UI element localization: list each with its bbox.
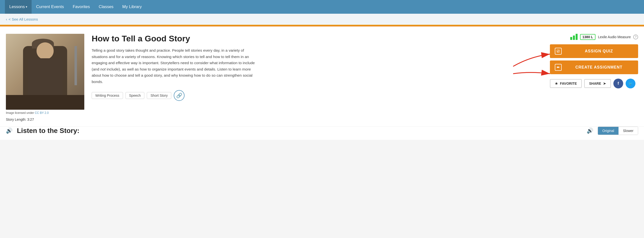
- volume-icon-2: 🔊: [587, 128, 593, 134]
- main-content: Image licensed under CC BY 2.0 Story Len…: [0, 26, 644, 126]
- volume-icon: 🔊: [6, 128, 12, 134]
- nav-current-events[interactable]: Current Events: [32, 0, 68, 14]
- lexile-bars: [570, 34, 578, 40]
- share-icon: ➤: [603, 81, 606, 85]
- story-length: Story Length: 3:27: [6, 118, 84, 121]
- speed-controls: Original Slower: [598, 127, 638, 135]
- tags-row: Writing Process Speech Short Story 🔗: [92, 90, 542, 101]
- lexile-help-button[interactable]: ?: [633, 34, 638, 39]
- assign-quiz-label: ASSIGN QUIZ: [564, 49, 633, 53]
- share-label: SHARE: [589, 81, 601, 85]
- bottom-section: 🔊 Listen to the Story: 🔊 Original Slower: [0, 126, 644, 140]
- link-icon: 🔗: [176, 93, 182, 98]
- story-info: How to Tell a Good Story Telling a good …: [92, 34, 542, 121]
- nav-favorites[interactable]: Favorites: [68, 0, 94, 14]
- desk-lamp: [74, 46, 77, 85]
- chevron-left-icon: ‹: [6, 17, 7, 21]
- story-title: How to Tell a Good Story: [92, 34, 542, 43]
- cc-license-link[interactable]: CC BY 2.0: [35, 111, 48, 115]
- tag-writing-process[interactable]: Writing Process: [92, 92, 123, 99]
- nav-classes-label: Classes: [99, 4, 114, 9]
- nav-favorites-label: Favorites: [73, 4, 90, 9]
- breadcrumb-label: < See All Lessons: [8, 17, 38, 21]
- assign-quiz-icon: ☑: [555, 48, 562, 55]
- nav-classes[interactable]: Classes: [94, 0, 118, 14]
- nav-current-events-label: Current Events: [36, 4, 64, 9]
- chevron-down-icon: ▾: [26, 5, 27, 8]
- assign-quiz-button[interactable]: ☑ ASSIGN QUIZ: [550, 44, 638, 58]
- tag-speech[interactable]: Speech: [126, 92, 144, 99]
- original-speed-button[interactable]: Original: [598, 127, 618, 135]
- twitter-icon: 🐦: [628, 81, 632, 85]
- nav-lessons-label: Lessons: [9, 4, 25, 9]
- bar-1: [570, 37, 572, 40]
- facebook-icon: f: [618, 81, 619, 86]
- slower-speed-button[interactable]: Slower: [618, 127, 638, 135]
- lexile-row: 1380 L Lexile Audio Measure ?: [550, 34, 638, 40]
- lexile-label: Lexile Audio Measure: [598, 35, 631, 39]
- favorite-button[interactable]: ★ FAVORITE: [550, 79, 582, 88]
- listen-section: 🔊 Listen to the Story:: [6, 127, 80, 135]
- buttons-with-arrows: ☑ ASSIGN QUIZ ✏ CREATE ASSIGNMENT: [550, 44, 638, 77]
- create-assignment-icon: ✏: [555, 64, 562, 71]
- image-credit: Image licensed under CC BY 2.0: [6, 111, 84, 115]
- story-image: [6, 34, 84, 110]
- bar-3: [576, 34, 578, 40]
- story-description: Telling a good story takes thought and p…: [92, 47, 258, 85]
- action-panel: 1380 L Lexile Audio Measure ?: [550, 34, 638, 121]
- nav-lessons[interactable]: Lessons ▾: [5, 0, 32, 14]
- breadcrumb-bar: ‹ < See All Lessons: [0, 14, 644, 25]
- facebook-button[interactable]: f: [613, 79, 623, 88]
- tag-short-story[interactable]: Short Story: [147, 92, 171, 99]
- favorite-label: FAVORITE: [560, 81, 577, 85]
- nav-my-library[interactable]: My Library: [118, 0, 146, 14]
- speed-control-section: 🔊 Original Slower: [587, 127, 638, 135]
- share-button[interactable]: SHARE ➤: [584, 79, 611, 88]
- star-icon: ★: [555, 81, 558, 85]
- story-image-section: Image licensed under CC BY 2.0 Story Len…: [6, 34, 84, 121]
- bottom-actions: ★ FAVORITE SHARE ➤ f 🐦: [550, 79, 638, 88]
- see-all-lessons-link[interactable]: ‹ < See All Lessons: [6, 17, 638, 21]
- twitter-button[interactable]: 🐦: [626, 79, 636, 88]
- create-assignment-label: CREATE ASSIGNMENT: [564, 65, 633, 69]
- main-nav: Lessons ▾ Current Events Favorites Class…: [0, 0, 644, 14]
- create-assignment-button[interactable]: ✏ CREATE ASSIGNMENT: [550, 60, 638, 74]
- desk-surface: [6, 95, 84, 110]
- bar-2: [573, 35, 575, 40]
- lexile-badge: 1380 L: [580, 34, 596, 40]
- listen-label: Listen to the Story:: [17, 127, 80, 135]
- nav-my-library-label: My Library: [122, 4, 142, 9]
- link-button[interactable]: 🔗: [174, 90, 184, 101]
- person-head: [36, 42, 54, 59]
